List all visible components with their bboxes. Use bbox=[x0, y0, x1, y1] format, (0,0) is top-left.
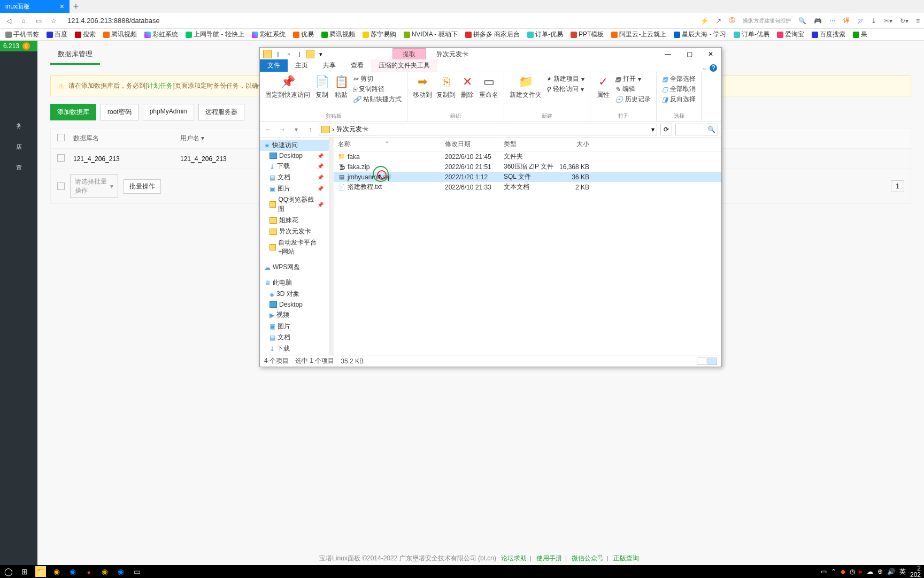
delete-button[interactable]: ✕删除 bbox=[460, 74, 475, 100]
bookmark-item[interactable]: 苏宁易购 bbox=[363, 30, 396, 39]
col-date[interactable]: 修改日期 bbox=[445, 140, 504, 149]
col-type[interactable]: 类型 bbox=[504, 140, 557, 149]
tree-item[interactable]: Desktop bbox=[260, 300, 329, 309]
tree-item[interactable]: ▤文档📌 bbox=[260, 172, 329, 183]
tree-wps[interactable]: ☁WPS网盘 bbox=[260, 262, 329, 273]
tree-item[interactable]: ▣图片 bbox=[260, 321, 329, 332]
tree-scrollbar[interactable] bbox=[329, 138, 334, 355]
moveto-button[interactable]: ➡移动到 bbox=[413, 74, 432, 100]
bookmark-item[interactable]: 订单-优易 bbox=[527, 30, 563, 39]
history-button[interactable]: 🕘历史记录 bbox=[615, 95, 651, 104]
volume-icon[interactable]: 🔊 bbox=[887, 568, 895, 575]
file-row[interactable]: 🗜faka.zip2022/6/10 21:51360压缩 ZIP 文件16,3… bbox=[334, 162, 721, 172]
explorer-task-icon[interactable]: 📁 bbox=[35, 566, 46, 577]
paste-shortcut-button[interactable]: 🔗粘贴快捷方式 bbox=[353, 95, 402, 104]
bolt-icon[interactable]: ⚡ bbox=[700, 17, 709, 25]
tree-item[interactable]: ▶视频 bbox=[260, 309, 329, 321]
bookmark-item[interactable]: 手机书签 bbox=[5, 30, 39, 39]
alert-link[interactable]: 计划任务 bbox=[147, 82, 173, 89]
footer-link[interactable]: 使用手册 bbox=[536, 554, 562, 562]
help-icon[interactable]: ? bbox=[710, 64, 717, 72]
bookmark-item[interactable]: 优易 bbox=[293, 30, 314, 39]
root-pwd-button[interactable]: root密码 bbox=[101, 104, 138, 120]
sidebar-item[interactable]: 务 bbox=[0, 116, 37, 136]
nav-recent-icon[interactable]: ▾ bbox=[291, 126, 302, 133]
download-icon[interactable]: ⤓ bbox=[871, 17, 876, 25]
minimize-button[interactable]: — bbox=[657, 48, 679, 60]
tab-close-icon[interactable]: × bbox=[60, 2, 64, 11]
menu-icon[interactable]: ≡ bbox=[916, 17, 920, 25]
maximize-button[interactable]: ▢ bbox=[679, 48, 700, 60]
tray-icon[interactable]: ⊕ bbox=[877, 568, 883, 575]
col-name[interactable]: 名称 ⌃ bbox=[338, 140, 445, 149]
new-folder-button[interactable]: 📁新建文件夹 bbox=[510, 74, 542, 100]
bookmark-item[interactable]: NVIDIA - 驱动下 bbox=[404, 30, 458, 39]
scissors-icon[interactable]: ✂▾ bbox=[884, 17, 892, 25]
back-icon[interactable]: ◁ bbox=[4, 17, 13, 25]
footer-link[interactable]: 论坛求助 bbox=[501, 554, 527, 562]
open-button[interactable]: ▦打开 ▾ bbox=[615, 74, 651, 83]
task-icon[interactable]: ▭ bbox=[132, 566, 142, 577]
contextual-tab[interactable]: 提取 bbox=[392, 48, 426, 60]
bookmark-item[interactable]: 拼多多 商家后台 bbox=[465, 30, 520, 39]
explorer-titlebar[interactable]: | ▫ | ▾ 提取 异次元发卡 — ▢ ✕ bbox=[260, 48, 721, 60]
bookmark-item[interactable]: 彩虹系统 bbox=[144, 30, 178, 39]
bookmark-item[interactable]: 订单-优易 bbox=[734, 30, 769, 39]
tab-file[interactable]: 文件 bbox=[260, 59, 288, 72]
bookmark-item[interactable]: 腾讯视频 bbox=[103, 30, 137, 39]
tree-item[interactable]: ◈3D 对象 bbox=[260, 288, 329, 300]
copy-path-button[interactable]: ⎘复制路径 bbox=[353, 85, 402, 94]
close-button[interactable]: ✕ bbox=[700, 48, 721, 60]
bookmark-item[interactable]: 腾讯视频 bbox=[321, 30, 355, 39]
reader-icon[interactable]: ▭ bbox=[34, 17, 43, 25]
pma-button[interactable]: phpMyAdmin bbox=[143, 104, 194, 120]
translate-icon[interactable]: 译 bbox=[843, 16, 850, 25]
remote-button[interactable]: 远程服务器 bbox=[198, 104, 244, 120]
bird-icon[interactable]: 🕊 bbox=[857, 17, 864, 25]
search-box[interactable]: 🔍 bbox=[675, 124, 718, 135]
col-size[interactable]: 大小 bbox=[557, 140, 589, 149]
details-view-icon[interactable] bbox=[697, 358, 706, 365]
breadcrumb[interactable]: › 异次元发卡 ▾ bbox=[319, 124, 657, 135]
tree-item[interactable]: ⤓下载 bbox=[260, 343, 329, 354]
search-icon[interactable]: 🔍 bbox=[798, 17, 806, 25]
bookmark-item[interactable]: 百度 bbox=[47, 30, 67, 39]
ime-indicator[interactable]: 英 bbox=[899, 567, 906, 576]
nav-fwd-icon[interactable]: → bbox=[277, 126, 288, 133]
batch-select[interactable]: 请选择批量操作▾ bbox=[70, 174, 118, 198]
batch-checkbox[interactable] bbox=[57, 182, 65, 190]
task-icon[interactable]: ⬥ bbox=[83, 566, 94, 577]
footer-link[interactable]: 微信公众号 bbox=[572, 554, 604, 562]
folder-icon[interactable] bbox=[306, 50, 314, 58]
select-invert-button[interactable]: ◨反向选择 bbox=[662, 95, 696, 104]
new-item-button[interactable]: ✦新建项目 ▾ bbox=[546, 74, 584, 83]
chevron-down-icon[interactable]: ▾ bbox=[651, 126, 654, 133]
copyto-button[interactable]: ⎘复制到 bbox=[436, 74, 456, 100]
browser-tab-active[interactable]: inux面板 × bbox=[0, 0, 70, 13]
tree-item[interactable]: ▤文档 bbox=[260, 332, 329, 343]
clock[interactable]: 2202 bbox=[910, 565, 921, 578]
tree-item[interactable]: 异次元发卡 bbox=[260, 226, 329, 237]
edit-button[interactable]: ✎编辑 bbox=[615, 85, 651, 94]
bookmark-item[interactable]: 百度搜索 bbox=[812, 30, 845, 39]
th-name[interactable]: 数据库名 bbox=[73, 134, 180, 143]
game-icon[interactable]: 🎮 bbox=[814, 17, 822, 25]
start-button[interactable]: ◯ bbox=[3, 566, 14, 577]
orange-s-icon[interactable]: Ⓢ bbox=[729, 16, 735, 25]
undo-icon[interactable]: ↻▾ bbox=[900, 17, 908, 25]
tree-item[interactable]: QQ浏览器截图📌 bbox=[260, 194, 329, 215]
crumb-item[interactable]: 异次元发卡 bbox=[336, 125, 368, 134]
rename-button[interactable]: ▭重命名 bbox=[479, 74, 498, 100]
easy-access-button[interactable]: ⚲轻松访问 ▾ bbox=[546, 85, 584, 94]
file-row[interactable]: ▤jmhyuanma.sql2022/1/20 1:12SQL 文件36 KB bbox=[334, 172, 721, 182]
props-button[interactable]: ✓属性 bbox=[596, 74, 611, 100]
icons-view-icon[interactable] bbox=[707, 358, 717, 365]
url-input[interactable]: 121.4.206.213:8888/database bbox=[63, 14, 695, 27]
collapse-ribbon-icon[interactable]: ⌵ bbox=[703, 64, 706, 72]
sidebar-item[interactable]: 店 bbox=[0, 136, 37, 157]
bookmark-item[interactable]: PPT模板 bbox=[571, 30, 604, 39]
new-tab-button[interactable]: + bbox=[70, 0, 82, 13]
edge-task-icon[interactable]: ◉ bbox=[67, 566, 78, 577]
sidebar-badge[interactable]: 0 bbox=[22, 42, 30, 50]
nav-up-icon[interactable]: ↑ bbox=[305, 126, 315, 133]
